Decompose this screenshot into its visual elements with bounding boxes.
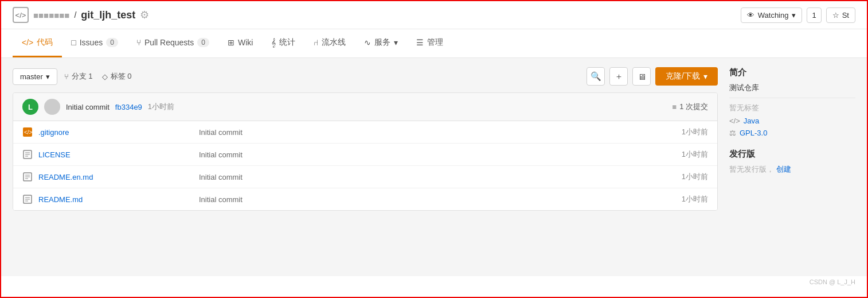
tab-wiki[interactable]: ⊞ Wiki [218,30,262,57]
avatar: L [22,99,38,115]
pipeline-icon: ⑁ [314,38,318,47]
repo-header: </> ■■■■■■■ / git_ljh_test ⚙ 👁 Watching … [1,1,867,29]
sidebar: 简介 测试仓库 暂无标签 </> Java ⚖ GPL-3.0 发行版 暂无发行… [729,67,855,267]
code-icon: </> [22,38,33,47]
license-icon [22,149,33,160]
commit-row: L Initial commit fb334e9 1小时前 ≡ 1 次提交 [13,93,717,121]
issues-badge: 0 [106,38,118,47]
repo-icon: </> [13,7,29,23]
branch-stats: ⑂ 分支 1 ◇ 标签 0 [64,71,132,82]
wiki-icon: ⊞ [228,38,234,47]
create-release-link[interactable]: 创建 [776,165,791,173]
page-wrapper: </> ■■■■■■■ / git_ljh_test ⚙ 👁 Watching … [0,0,868,298]
table-row: LICENSE Initial commit 1小时前 [13,144,717,166]
tab-manage[interactable]: ☰ 管理 [407,29,452,57]
stats-icon: 𝄞 [271,38,276,48]
services-icon: ∿ [364,38,371,47]
branch-fork-icon: ⑂ [64,72,69,81]
commit-count-label: 1 次提交 [679,102,708,112]
commit-time: 1小时前 [148,102,174,112]
sidebar-description: 测试仓库 [729,83,855,93]
svg-text:</>: </> [24,129,32,136]
watermark-text: CSDN @ L_J_H [810,278,855,285]
desktop-button[interactable]: 🖥 [632,67,651,86]
clone-label: 克隆/下载 [666,71,700,82]
tab-pr-label: Pull Requests [144,38,194,47]
star-icon: ☆ [832,11,839,20]
desktop-icon: 🖥 [638,72,646,82]
tab-pullrequests[interactable]: ⑂ Pull Requests 0 [127,30,218,57]
search-icon: 🔍 [591,71,601,82]
branch-label: master [20,72,43,81]
watermark: CSDN @ L_J_H [1,276,867,288]
file-name[interactable]: README.en.md [38,173,199,181]
tag-icon: ◇ [102,72,108,81]
sidebar-license: ⚖ GPL-3.0 [729,129,855,137]
watching-label: Watching [758,11,789,20]
star-button[interactable]: ☆ St [826,7,855,23]
clone-download-button[interactable]: 克隆/下载 ▾ [655,67,718,86]
tab-manage-label: 管理 [427,37,443,48]
dropdown-arrow-icon: ▾ [792,11,796,20]
header-actions: 👁 Watching ▾ 1 ☆ St [741,7,855,23]
tab-services[interactable]: ∿ 服务 ▾ [355,29,407,57]
tab-pipeline-label: 流水线 [322,37,346,48]
file-commit-msg: Initial commit [199,128,682,137]
avatar-letter: L [28,103,33,111]
repo-name: git_ljh_test [81,9,135,21]
file-time: 1小时前 [682,127,708,137]
sidebar-intro-section: 简介 测试仓库 暂无标签 </> Java ⚖ GPL-3.0 [729,67,855,137]
sidebar-language-link[interactable]: Java [744,117,759,125]
no-release-text: 暂无发行版， [729,165,774,173]
commit-hash[interactable]: fb334e9 [115,103,142,111]
repo-settings-icon[interactable]: ⚙ [140,9,149,21]
search-button[interactable]: 🔍 [587,67,605,86]
file-name[interactable]: .gitignore [38,128,199,137]
license-scale-icon: ⚖ [729,129,736,137]
author-avatar [44,99,60,115]
nav-tabs: </> 代码 □ Issues 0 ⑂ Pull Requests 0 ⊞ Wi… [1,29,867,58]
main-content: master ▾ ⑂ 分支 1 ◇ 标签 0 🔍 [1,58,867,276]
pr-badge: 0 [197,38,209,47]
tab-stats-label: 统计 [279,37,295,48]
file-time: 1小时前 [682,172,708,182]
manage-icon: ☰ [416,38,424,47]
table-row: README.en.md Initial commit 1小时前 [13,166,717,188]
gitignore-icon: </> [22,127,33,137]
file-name[interactable]: README.md [38,195,199,204]
tab-code[interactable]: </> 代码 [13,29,62,57]
add-file-button[interactable]: ＋ [609,67,628,86]
file-commit-msg: Initial commit [199,195,682,204]
tab-wiki-label: Wiki [238,38,253,47]
readme-en-icon [22,172,33,182]
commit-message: Initial commit [66,103,110,111]
branch-dropdown-icon: ▾ [46,72,50,81]
code-lang-icon: </> [729,117,740,125]
pr-icon: ⑂ [136,38,141,47]
issues-icon: □ [71,38,76,47]
file-commit-msg: Initial commit [199,150,682,159]
plus-icon: ＋ [615,71,623,82]
branch-button[interactable]: master ▾ [13,68,57,85]
watching-button[interactable]: 👁 Watching ▾ [741,7,803,23]
clone-dropdown-icon: ▾ [703,72,707,81]
code-brackets-icon: </> [15,11,26,20]
divider [729,98,855,98]
sidebar-language: </> Java [729,117,855,125]
sidebar-no-tags-label: 暂无标签 [729,103,759,113]
sidebar-intro-title: 简介 [729,67,855,78]
tab-pipeline[interactable]: ⑁ 流水线 [304,29,355,57]
release-title: 发行版 [729,149,855,160]
file-name[interactable]: LICENSE [38,150,199,159]
commit-count: ≡ 1 次提交 [672,102,708,112]
tab-stats[interactable]: 𝄞 统计 [262,29,304,57]
sidebar-license-link[interactable]: GPL-3.0 [740,129,767,137]
sidebar-release-section: 发行版 暂无发行版， 创建 [729,149,855,175]
repo-title: </> ■■■■■■■ / git_ljh_test ⚙ [13,7,149,23]
table-row: README.md Initial commit 1小时前 [13,188,717,210]
file-commit-msg: Initial commit [199,173,682,181]
branches-label: 分支 1 [72,71,93,82]
tab-issues[interactable]: □ Issues 0 [62,30,127,57]
toolbar-actions: 🔍 ＋ 🖥 克隆/下载 ▾ [587,67,718,86]
repo-owner: ■■■■■■■ [33,10,69,20]
